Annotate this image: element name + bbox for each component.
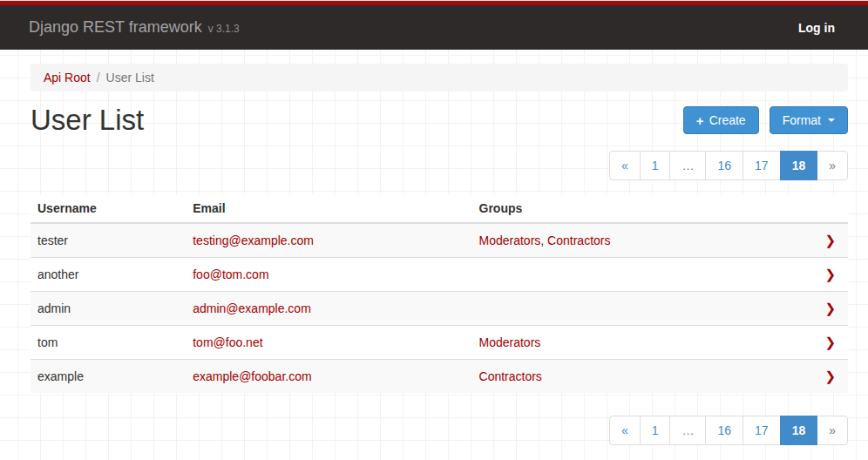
username-cell: tester [31,223,186,258]
version-label: v 3.1.3 [208,23,240,35]
email-link[interactable]: foo@tom.com [193,267,268,281]
email-link[interactable]: admin@example.com [193,301,311,315]
chevron-right-icon: ❯ [824,233,836,247]
groups-cell: Moderators, Contractors [472,223,791,258]
page-16-button[interactable]: 16 [705,151,743,180]
chevron-right-icon: ❯ [824,335,836,349]
create-button[interactable]: + Create [683,106,759,134]
pagination-top: «1…161718» [31,151,848,180]
page-title: User List [31,104,144,137]
breadcrumb-api-root-link[interactable]: Api Root [44,71,91,85]
groups-cell: Moderators [472,326,791,360]
page-1-button[interactable]: 1 [640,416,671,445]
group-link[interactable]: Moderators [479,335,541,349]
column-header-groups: Groups [472,194,791,223]
table-row: anotherfoo@tom.com❯ [31,258,848,292]
group-link[interactable]: Moderators [479,233,541,247]
breadcrumb-current: User List [106,71,154,85]
page-16-button[interactable]: 16 [705,416,743,445]
plus-icon: + [696,114,704,127]
chevron-right-icon: ❯ [824,369,836,383]
table-header-row: Username Email Groups [31,194,848,223]
username-cell: tom [31,326,186,360]
create-button-label: Create [709,113,746,127]
email-link[interactable]: tom@foo.net [193,335,262,349]
groups-cell [472,258,791,292]
login-link[interactable]: Log in [798,21,835,35]
format-dropdown-button[interactable]: Format [770,106,848,134]
page-18-button[interactable]: 18 [780,151,818,180]
table-row: adminadmin@example.com❯ [31,292,848,326]
email-link[interactable]: example@foobar.com [193,369,311,383]
ellipsis: … [669,151,706,180]
row-detail-link[interactable]: ❯ [824,335,836,349]
group-link[interactable]: Contractors [479,369,542,383]
breadcrumb-separator: / [91,71,106,85]
email-cell: testing@example.com [186,223,471,258]
detail-cell: ❯ [790,292,848,326]
breadcrumb: Api Root / User List [31,64,848,91]
email-link[interactable]: testing@example.com [193,233,314,247]
content-container: Api Root / User List User List + Create … [31,64,848,445]
brand-title: Django REST framework [29,18,202,36]
ellipsis: … [669,416,706,445]
format-button-label: Format [783,113,821,127]
groups-cell [472,292,791,326]
page-18-button[interactable]: 18 [780,416,818,445]
username-cell: example [31,360,186,394]
page-17-button[interactable]: 17 [743,151,781,180]
row-detail-link[interactable]: ❯ [824,233,836,247]
table-row: exampleexample@foobar.comContractors❯ [31,360,848,394]
chevron-right-icon: ❯ [824,301,836,315]
pagination-bottom: «1…161718» [31,416,848,445]
navbar: Django REST framework v 3.1.3 Log in [0,5,868,50]
column-header-username: Username [31,194,186,223]
table-row: testertesting@example.comModerators, Con… [31,223,848,258]
column-header-detail [790,194,848,223]
next-page-button: » [817,151,848,180]
detail-cell: ❯ [790,258,848,292]
email-cell: tom@foo.net [186,326,471,360]
prev-page-button[interactable]: « [609,151,641,180]
toolbar: + Create Format [683,106,848,134]
row-detail-link[interactable]: ❯ [824,301,836,315]
column-header-email: Email [186,194,471,223]
title-row: User List + Create Format [31,104,848,137]
prev-page-button[interactable]: « [609,416,641,445]
email-cell: admin@example.com [186,292,471,326]
row-detail-link[interactable]: ❯ [824,267,836,281]
email-cell: foo@tom.com [186,258,471,292]
chevron-right-icon: ❯ [824,267,836,281]
page-17-button[interactable]: 17 [743,416,781,445]
brand-link[interactable]: Django REST framework v 3.1.3 [29,18,240,37]
user-table: Username Email Groups testertesting@exam… [31,194,848,393]
row-detail-link[interactable]: ❯ [824,369,836,383]
username-cell: admin [31,292,186,326]
page-background: Api Root / User List User List + Create … [0,50,868,460]
email-cell: example@foobar.com [186,360,471,394]
caret-down-icon [828,118,835,122]
page-1-button[interactable]: 1 [640,151,671,180]
detail-cell: ❯ [790,326,848,360]
next-page-button: » [817,416,848,445]
detail-cell: ❯ [790,223,848,258]
group-link[interactable]: Contractors [547,233,610,247]
username-cell: another [31,258,186,292]
table-row: tomtom@foo.netModerators❯ [31,326,848,360]
groups-cell: Contractors [472,360,791,394]
detail-cell: ❯ [790,360,848,394]
